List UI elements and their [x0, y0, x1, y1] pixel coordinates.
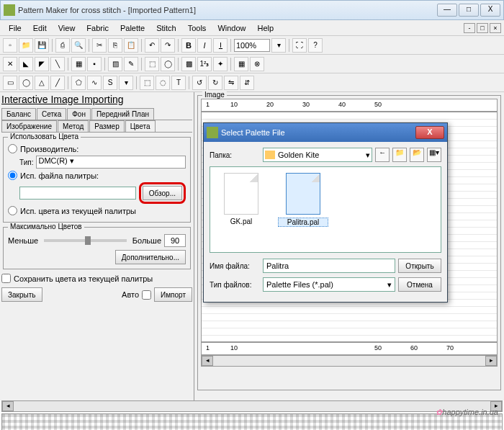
- advanced-button[interactable]: Дополнительно...: [115, 250, 186, 264]
- tool-b-icon[interactable]: ▪: [87, 57, 102, 71]
- sel-free-icon[interactable]: ◌: [156, 76, 170, 90]
- shape2-icon[interactable]: ◯: [19, 76, 33, 90]
- half-icon[interactable]: ◣: [19, 57, 33, 71]
- minimize-button[interactable]: —: [437, 4, 457, 17]
- radio-palette-file[interactable]: [8, 171, 17, 180]
- up-nav-icon[interactable]: 📁: [392, 148, 407, 162]
- main-hscrollbar[interactable]: ◂ ▸: [1, 400, 503, 412]
- rot-l-icon[interactable]: ↺: [192, 76, 207, 90]
- underline-icon[interactable]: I̲: [213, 38, 228, 53]
- cross-icon[interactable]: ✕: [3, 57, 17, 71]
- tab-grid[interactable]: Сетка: [37, 108, 66, 120]
- filetype-combo[interactable]: Palette Files (*.pal)▾: [263, 277, 395, 292]
- tab-method[interactable]: Метод: [58, 120, 89, 132]
- print-icon[interactable]: ⎙: [55, 38, 70, 53]
- import-button[interactable]: Импорт: [154, 287, 192, 302]
- redo-icon[interactable]: ↷: [161, 38, 175, 53]
- hscrollbar[interactable]: ◂ ▸: [201, 355, 498, 367]
- radio-current-palette[interactable]: [8, 206, 17, 215]
- poly-icon[interactable]: ⬠: [71, 76, 86, 90]
- drop-icon[interactable]: ▾: [119, 76, 133, 90]
- nogrid-icon[interactable]: ⊗: [250, 57, 264, 71]
- select-icon[interactable]: ⬚: [145, 57, 159, 71]
- menu-fabric[interactable]: Fabric: [81, 22, 114, 34]
- cancel-button[interactable]: Отмена: [398, 277, 441, 292]
- text-icon[interactable]: T: [171, 76, 186, 90]
- back-nav-icon[interactable]: ←: [375, 148, 390, 162]
- menu-view[interactable]: View: [53, 22, 81, 34]
- open-icon[interactable]: 📁: [19, 38, 33, 53]
- help-icon[interactable]: ?: [308, 38, 323, 53]
- mdi-minimize[interactable]: -: [464, 23, 475, 33]
- grid-icon[interactable]: ▦: [234, 57, 248, 71]
- sparkle-icon[interactable]: ✦: [213, 57, 228, 71]
- rot-r-icon[interactable]: ↻: [208, 76, 222, 90]
- dialog-close-button[interactable]: X: [415, 126, 444, 139]
- style-icon[interactable]: S: [103, 76, 117, 90]
- flood-icon[interactable]: ▨: [108, 57, 122, 71]
- picker-icon[interactable]: ✎: [124, 57, 138, 71]
- bold-icon[interactable]: B: [181, 38, 196, 53]
- menu-edit[interactable]: Edit: [27, 22, 53, 34]
- lasso-icon[interactable]: ◯: [161, 57, 175, 71]
- filename-field[interactable]: [263, 259, 395, 273]
- close-panel-button[interactable]: Закрыть: [1, 287, 42, 302]
- palette-strip[interactable]: [1, 413, 503, 430]
- file-item-palitra[interactable]: Palitra.pal: [278, 173, 328, 246]
- paste-icon[interactable]: 📋: [124, 38, 138, 53]
- palette-file-field[interactable]: [19, 187, 136, 200]
- copy-icon[interactable]: ⎘: [108, 38, 122, 53]
- radio-manufacturer[interactable]: [8, 144, 17, 153]
- close-button[interactable]: X: [480, 4, 500, 17]
- tab-balance[interactable]: Баланс: [1, 108, 36, 120]
- shape1-icon[interactable]: ▭: [3, 76, 17, 90]
- undo-icon[interactable]: ↶: [145, 38, 159, 53]
- tab-image[interactable]: Изображение: [1, 120, 57, 132]
- save-colors-checkbox[interactable]: [1, 274, 11, 283]
- tool-a-icon[interactable]: ▦: [71, 57, 86, 71]
- cut-icon[interactable]: ✂: [92, 38, 107, 53]
- tab-bg[interactable]: Фон: [67, 108, 91, 120]
- zoom-dropdown-icon[interactable]: ▾: [271, 38, 286, 53]
- file-item-gk[interactable]: GK.pal: [216, 173, 266, 246]
- fit-icon[interactable]: ⛶: [292, 38, 307, 53]
- folder-combo[interactable]: Golden Kite ▾: [263, 148, 372, 162]
- tab-colors[interactable]: Цвета: [125, 120, 156, 132]
- flip-h-icon[interactable]: ⇋: [224, 76, 238, 90]
- preview-icon[interactable]: 🔍: [71, 38, 86, 53]
- max-colors-value[interactable]: [164, 234, 186, 247]
- menu-help[interactable]: Help: [252, 22, 280, 34]
- save-icon[interactable]: 💾: [35, 38, 49, 53]
- newfolder-icon[interactable]: 📂: [410, 148, 424, 162]
- scroll-left-icon[interactable]: ◂: [202, 356, 213, 366]
- maximize-button[interactable]: □: [459, 4, 479, 17]
- zoom-combo[interactable]: [234, 39, 270, 52]
- menu-palette[interactable]: Palette: [114, 22, 150, 34]
- view-menu-icon[interactable]: ▦▾: [427, 148, 441, 162]
- color-icon[interactable]: ▩: [181, 57, 196, 71]
- browse-button[interactable]: Обзор...: [143, 186, 182, 200]
- shape3-icon[interactable]: △: [35, 76, 49, 90]
- tab-fg[interactable]: Передний План: [91, 108, 154, 120]
- type-combo[interactable]: DMC(R) ▾: [36, 156, 186, 169]
- line-icon[interactable]: ╱: [50, 76, 65, 90]
- new-icon[interactable]: ▫: [3, 38, 17, 53]
- quarter-icon[interactable]: ◤: [35, 57, 49, 71]
- open-button[interactable]: Открыть: [398, 259, 441, 273]
- mdi-close[interactable]: ×: [490, 23, 501, 33]
- max-colors-slider[interactable]: [44, 239, 127, 242]
- file-list[interactable]: GK.pal Palitra.pal: [210, 166, 441, 253]
- tab-size[interactable]: Размер: [89, 120, 124, 132]
- num-icon[interactable]: 1²₃: [197, 57, 212, 71]
- menu-file[interactable]: File: [3, 22, 27, 34]
- mdi-restore[interactable]: □: [477, 23, 488, 33]
- flip-v-icon[interactable]: ⇵: [240, 76, 254, 90]
- sel-rect-icon[interactable]: ⬚: [140, 76, 154, 90]
- dialog-titlebar[interactable]: Select Palette File X: [204, 123, 447, 142]
- italic-icon[interactable]: I: [197, 38, 212, 53]
- scroll-right-icon[interactable]: ▸: [485, 356, 497, 366]
- curve-icon[interactable]: ∿: [87, 76, 102, 90]
- back-icon[interactable]: ╲: [50, 57, 65, 71]
- menu-window[interactable]: Window: [212, 22, 251, 34]
- auto-checkbox[interactable]: [142, 290, 151, 300]
